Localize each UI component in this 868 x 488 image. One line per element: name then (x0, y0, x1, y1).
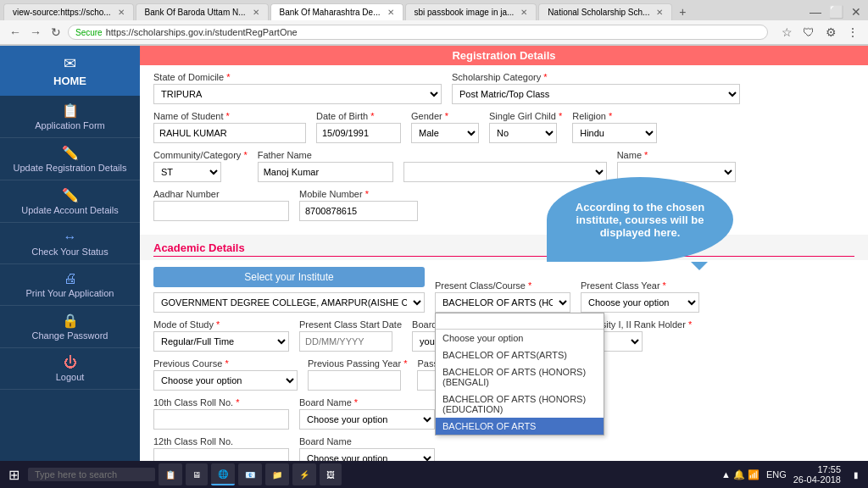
tab-3[interactable]: Bank Of Maharashtra De... ✕ (270, 3, 403, 20)
sidebar-check-status-label: Check Your Status (31, 247, 108, 257)
application-icon: 📋 (62, 103, 79, 119)
sidebar-item-update-account[interactable]: ✏️ Update Account Details (0, 180, 140, 223)
sidebar-item-check-status[interactable]: ↔ Check Your Status (0, 223, 140, 264)
dropdown-option-ba[interactable]: BACHELOR OF ARTS (436, 418, 604, 435)
sidebar-item-print[interactable]: 🖨 Print Your Application (0, 264, 140, 306)
new-tab-button[interactable]: + (674, 3, 691, 20)
main-layout: ✉ HOME 📋 Application Form ✏️ Update Regi… (0, 46, 868, 483)
aadhar-label: Aadhar Number (153, 189, 289, 199)
content-area: Registration Details State of Domicile *… (140, 46, 868, 483)
taskbar-search[interactable] (28, 468, 155, 481)
mode-study-label: Mode of Study * (153, 319, 289, 330)
taskbar-time: 17:55 (817, 464, 841, 474)
religion-label: Religion * (572, 111, 657, 121)
tooltip-text: According to the chosen institute, cours… (564, 201, 716, 239)
single-girl-select[interactable]: No (489, 123, 557, 143)
religion-select[interactable]: Hindu (572, 123, 657, 143)
tab-1-close[interactable]: ✕ (118, 8, 125, 17)
extensions-button[interactable]: ⚙ (822, 24, 839, 41)
extra-select[interactable] (403, 162, 607, 182)
father-label: Father Name (258, 150, 393, 160)
tab-4-close[interactable]: ✕ (520, 8, 527, 17)
sidebar-item-logout[interactable]: ⏻ Logout (0, 348, 140, 390)
print-icon: 🖨 (64, 271, 77, 286)
father-input[interactable] (258, 162, 393, 182)
tab-5-close[interactable]: ✕ (656, 8, 663, 17)
gender-select[interactable]: Male (411, 123, 479, 143)
mode-study-select[interactable]: Regular/Full Time (153, 331, 289, 352)
start-button[interactable]: ⊞ (3, 465, 25, 485)
tab-4-label: sbi passbook image in ja... (415, 8, 515, 17)
present-class-select[interactable]: BACHELOR OF ARTS (HON... (435, 292, 570, 313)
sidebar-item-update-reg[interactable]: ✏️ Update Registration Details (0, 138, 140, 180)
institute-select[interactable]: GOVERNMENT DEGREE COLLEGE, AMARPUR(AISHE… (153, 292, 425, 313)
back-button[interactable]: ← (7, 24, 24, 41)
tab-1[interactable]: view-source:https://scho... ✕ (3, 3, 134, 20)
roll10-input[interactable] (153, 409, 289, 430)
tab-2[interactable]: Bank Of Baroda Uttam N... ✕ (136, 3, 269, 20)
bookmark-button[interactable]: ☆ (778, 24, 795, 41)
tab-3-label: Bank Of Maharashtra De... (280, 8, 381, 17)
registration-header: Registration Details (140, 46, 868, 65)
tab-3-close[interactable]: ✕ (387, 8, 394, 17)
sys-tray: ▲ 🔔 📶 (721, 469, 760, 480)
tab-2-close[interactable]: ✕ (253, 8, 259, 17)
tab-4[interactable]: sbi passbook image in ja... ✕ (405, 3, 537, 20)
sidebar-home[interactable]: ✉ HOME (0, 46, 140, 96)
mobile-input[interactable] (299, 201, 418, 221)
restore-button[interactable]: ⬜ (827, 3, 844, 20)
minimize-button[interactable]: — (807, 3, 824, 20)
prev-course-group: Previous Course * Choose your option (153, 358, 298, 391)
taskbar-app-mail[interactable]: 📧 (238, 463, 262, 485)
dropdown-option-ba-arts[interactable]: BACHELOR OF ARTS(ARTS) (436, 347, 604, 363)
tab-5[interactable]: National Scholarship Sch... ✕ (538, 3, 672, 20)
sidebar-item-application[interactable]: 📋 Application Form (0, 96, 140, 138)
dropdown-search-input[interactable] (436, 313, 604, 330)
dropdown-option-ba-bengali[interactable]: BACHELOR OF ARTS (HONORS)(BENGALI) (436, 363, 604, 391)
reload-button[interactable]: ↻ (47, 24, 64, 41)
name-input[interactable] (153, 123, 306, 143)
scholarship-select[interactable]: Post Matric/Top Class (452, 84, 740, 104)
name2-label: Name * (617, 150, 736, 160)
logout-icon: ⏻ (64, 355, 77, 370)
address-bar[interactable]: Secure https://scholarships.gov.in/stude… (68, 25, 768, 40)
update-reg-icon: ✏️ (62, 145, 79, 161)
sidebar-application-label: Application Form (35, 120, 105, 130)
shield-icon[interactable]: 🛡 (800, 24, 817, 41)
prev-passing-label: Previous Passing Year * (308, 358, 407, 369)
state-select[interactable]: TRIPURA (153, 84, 442, 104)
taskbar-app-browser[interactable]: 🌐 (211, 463, 235, 485)
prev-course-select[interactable]: Choose your option (153, 370, 298, 391)
aadhar-input[interactable] (153, 201, 289, 221)
course-dropdown-list: Choose your option BACHELOR OF ARTS(ARTS… (435, 313, 604, 435)
lock-icon: 🔒 (62, 313, 79, 329)
taskbar-app-2[interactable]: 🖥 (186, 463, 208, 485)
dropdown-option-choose[interactable]: Choose your option (436, 330, 604, 347)
dropdown-option-ba-education[interactable]: BACHELOR OF ARTS (HONORS)(EDUCATION) (436, 391, 604, 418)
close-button[interactable]: ✕ (848, 3, 865, 20)
menu-button[interactable]: ⋮ (844, 24, 861, 41)
board-name-label: Board Name * (299, 397, 435, 408)
name-group: Name of Student * (153, 111, 306, 143)
board12-label: Board Name (299, 436, 435, 446)
show-desktop-button[interactable]: ▮ (848, 466, 865, 483)
sidebar-logout-label: Logout (56, 372, 85, 382)
taskbar-app-5[interactable]: ⚡ (292, 463, 316, 485)
select-institute-button[interactable]: Select your Institute (153, 267, 425, 287)
present-year-select[interactable]: Choose your option (581, 292, 699, 313)
sidebar-item-change-password[interactable]: 🔒 Change Password (0, 306, 140, 348)
prev-passing-input[interactable] (308, 370, 401, 391)
taskbar-app-6[interactable]: 🖼 (320, 463, 342, 485)
taskbar-app-1[interactable]: 📋 (159, 463, 182, 485)
academic-row-1: Select your Institute GOVERNMENT DEGREE … (153, 267, 854, 313)
state-group: State of Domicile * TRIPURA (153, 72, 442, 104)
forward-button[interactable]: → (27, 24, 44, 41)
taskbar-right: ▲ 🔔 📶 ENG 17:55 26-04-2018 ▮ (721, 464, 865, 485)
mode-study-group: Mode of Study * Regular/Full Time (153, 319, 289, 352)
board-name-select[interactable]: Choose your option (299, 409, 435, 430)
update-account-icon: ✏️ (62, 187, 79, 203)
taskbar-app-folder[interactable]: 📁 (265, 463, 289, 485)
dob-input[interactable] (316, 123, 401, 143)
community-select[interactable]: ST (153, 162, 221, 182)
class-start-input[interactable] (299, 331, 392, 352)
